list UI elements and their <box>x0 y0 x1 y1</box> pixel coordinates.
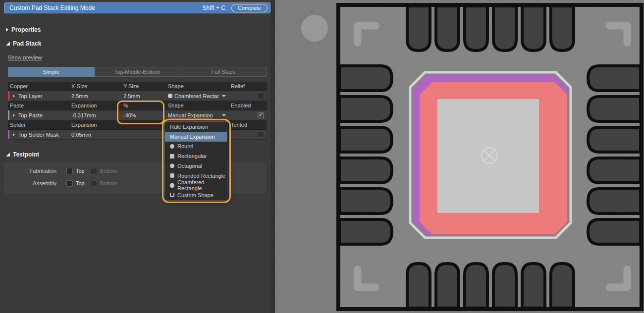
smd-pad[interactable] <box>588 97 641 121</box>
banner-shortcut: Shift + C <box>203 4 225 11</box>
fabrication-top-checkbox[interactable] <box>66 168 73 174</box>
pin1-marker-circle <box>301 15 328 42</box>
app-root: Custom Pad Stack Editing Mode Shift + C … <box>0 0 644 313</box>
smd-pad[interactable] <box>436 6 459 51</box>
fabrication-top-label: Top <box>76 168 85 174</box>
copper-shape-value: Chamfered Rectar <box>174 93 219 99</box>
smd-pad[interactable] <box>588 189 641 213</box>
relief-checkbox[interactable] <box>258 93 264 99</box>
smd-pad[interactable] <box>493 6 516 51</box>
properties-panel: Custom Pad Stack Editing Mode Shift + C … <box>0 0 275 313</box>
fabrication-row: Fabrication Top Bottom <box>4 167 117 174</box>
smd-pad[interactable] <box>436 263 459 308</box>
panel-scrollbar[interactable] <box>271 0 275 313</box>
dropdown-item-round[interactable]: Round <box>165 142 227 152</box>
layer-name: Top Solder Mask <box>18 132 59 138</box>
smd-pad[interactable] <box>522 6 545 51</box>
chamfered-rectangle-icon <box>168 94 172 98</box>
dropdown-item-octagonal[interactable]: Octagonal <box>165 161 227 171</box>
solder-expansion-value[interactable]: 0.05mm <box>69 130 121 139</box>
collapsed-arrow-icon <box>6 28 8 32</box>
complete-button[interactable]: Complete <box>231 4 268 12</box>
pad-stack-table: Copper X-Size Y-Size Shape Relief Top La… <box>8 82 267 140</box>
chamfered-rectangle-shape-icon <box>170 183 174 188</box>
assembly-bottom-checkbox[interactable] <box>91 180 97 187</box>
smd-pad[interactable] <box>588 158 641 183</box>
section-testpoint[interactable]: Testpoint <box>6 151 39 158</box>
col-header: Expansion <box>69 120 121 129</box>
col-header: X-Size <box>69 82 121 91</box>
dropdown-item-label: Rule Expansion <box>170 124 208 130</box>
section-pad-stack[interactable]: Pad Stack <box>6 40 41 47</box>
fabrication-label: Fabrication <box>4 168 56 174</box>
enabled-checkbox[interactable] <box>258 112 264 118</box>
smd-pad[interactable] <box>339 127 392 152</box>
row-expand-icon[interactable] <box>13 133 15 136</box>
tab-simple[interactable]: Simple <box>8 67 95 77</box>
editing-mode-banner: Custom Pad Stack Editing Mode Shift + C … <box>4 2 270 13</box>
chevron-down-icon <box>222 114 226 116</box>
smd-pad[interactable] <box>493 263 516 308</box>
paste-percent-value[interactable]: -40% <box>121 110 166 120</box>
smd-pad[interactable] <box>339 158 392 183</box>
row-expand-icon[interactable] <box>13 114 15 117</box>
smd-pad[interactable] <box>339 189 392 213</box>
y-size-value[interactable]: 2.5mm <box>121 91 166 101</box>
smd-pad[interactable] <box>588 219 641 244</box>
paste-expansion-value[interactable]: -0.317mm <box>69 110 121 120</box>
tented-checkbox[interactable] <box>258 131 264 138</box>
col-header: Shape <box>166 82 229 91</box>
dropdown-item-manual-expansion[interactable]: Manual Expansion <box>165 132 227 142</box>
top-paste-row[interactable]: Top Paste -0.317mm -40% Manual Expansion <box>8 110 267 120</box>
layer-name: Top Paste <box>18 112 43 118</box>
section-pad-stack-label: Pad Stack <box>13 40 41 47</box>
smd-pad[interactable] <box>522 263 545 308</box>
rectangle-shape-icon <box>170 154 174 158</box>
dropdown-item-label: Manual Expansion <box>170 134 215 140</box>
pcb-canvas[interactable] <box>275 0 644 313</box>
dropdown-item-chamfered-rectangle[interactable]: Chamfered Rectangle <box>165 181 227 191</box>
tab-full-stack[interactable]: Full Stack <box>180 67 267 77</box>
smd-pad[interactable] <box>588 127 641 152</box>
layer-color-strip <box>8 91 9 101</box>
dropdown-item-label: Custom Shape <box>177 192 214 198</box>
dropdown-item-label: Rounded Rectangle <box>177 173 225 179</box>
smd-pad[interactable] <box>588 66 641 91</box>
solder-header-row: Solder Expansion Tented <box>8 120 267 130</box>
assembly-bottom-label: Bottom <box>100 180 117 186</box>
smd-pad[interactable] <box>465 6 487 51</box>
dropdown-item-label: Round <box>177 143 193 149</box>
layer-color-strip <box>8 130 9 139</box>
show-preview-link[interactable]: Show preview <box>8 54 42 60</box>
top-layer-row[interactable]: Top Layer 2.5mm 2.5mm Chamfered Rectar <box>8 91 267 101</box>
smd-pad[interactable] <box>551 6 574 51</box>
center-pad-paste-region[interactable] <box>437 99 539 213</box>
col-header: Solder <box>8 120 69 129</box>
x-size-value[interactable]: 2.5mm <box>69 91 121 101</box>
dropdown-item-rule-expansion[interactable]: Rule Expansion <box>165 122 227 132</box>
octagon-shape-icon <box>170 163 174 168</box>
section-properties[interactable]: Properties <box>6 26 41 33</box>
dropdown-item-rectangular[interactable]: Rectangular <box>165 151 227 161</box>
smd-pad[interactable] <box>407 263 430 308</box>
col-header: Expansion <box>69 101 121 110</box>
col-header: Tented <box>229 120 267 129</box>
row-expand-icon[interactable] <box>13 95 15 98</box>
paste-shape-dropdown[interactable]: Manual Expansion <box>166 110 229 120</box>
copper-shape-dropdown[interactable]: Chamfered Rectar <box>166 91 229 101</box>
dropdown-item-custom-shape[interactable]: Custom Shape <box>165 190 227 200</box>
smd-pad[interactable] <box>465 263 487 308</box>
smd-pad[interactable] <box>551 263 574 308</box>
top-solder-mask-row[interactable]: Top Solder Mask 0.05mm <box>8 130 267 140</box>
col-header: Shape <box>166 101 229 110</box>
smd-pad[interactable] <box>339 97 392 121</box>
copper-header-row: Copper X-Size Y-Size Shape Relief <box>8 82 267 91</box>
dropdown-item-label: Rectangular <box>177 153 207 159</box>
assembly-top-checkbox[interactable] <box>66 180 73 187</box>
smd-pad[interactable] <box>339 219 392 244</box>
smd-pad[interactable] <box>339 66 392 91</box>
tab-top-middle-bottom[interactable]: Top-Middle-Bottom <box>95 67 181 77</box>
smd-pad[interactable] <box>407 6 430 51</box>
layer-name: Top Layer <box>18 93 42 99</box>
fabrication-bottom-checkbox[interactable] <box>91 168 97 174</box>
